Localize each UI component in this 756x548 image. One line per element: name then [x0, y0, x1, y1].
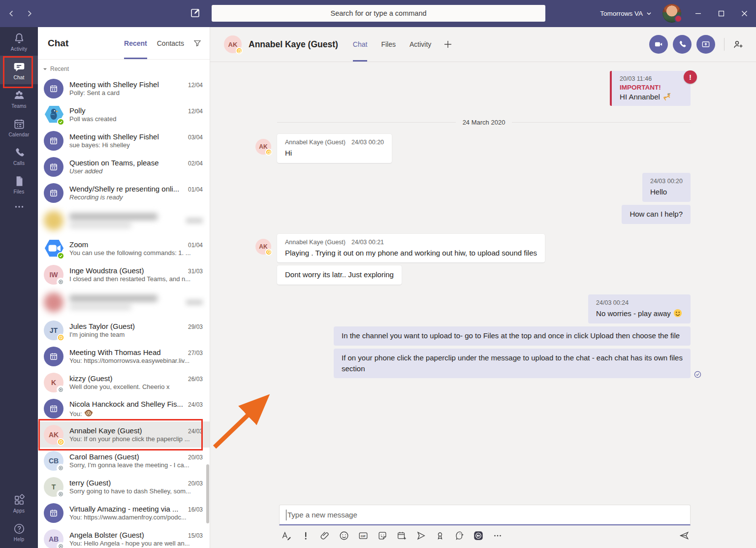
message-time: 24/03 00:20	[650, 177, 683, 186]
message-author: Annabel Kaye (Guest)	[285, 138, 346, 147]
message-text: No worries - play away	[596, 308, 683, 319]
meet-now-icon[interactable]	[396, 530, 407, 541]
chat-list-item[interactable]: CBCarol Barnes (Guest)20/03Sorry, I'm go…	[38, 448, 210, 474]
chat-list-item-redacted[interactable]	[38, 288, 210, 317]
chat-list-item[interactable]: Wendy/Shelly re presenting onli...01/04R…	[38, 180, 210, 206]
search-input[interactable]	[212, 5, 545, 22]
praise-icon[interactable]	[435, 530, 445, 541]
tab-chat[interactable]: Chat	[353, 27, 368, 62]
incoming-message: AKAnnabel Kaye (Guest)24/03 00:20Hi	[277, 134, 691, 163]
chat-list-item[interactable]: Nicola Hanckock and Shelley Fis...24/03Y…	[38, 395, 210, 421]
close-button[interactable]	[733, 0, 756, 27]
svg-text:GIF: GIF	[361, 535, 366, 538]
message-bubble[interactable]: Dont worry its latr.. Just exploring	[277, 265, 402, 285]
rail-item-label: Calendar	[8, 132, 29, 137]
chat-list-item[interactable]: JTJules Taylor (Guest)29/03I'm joining t…	[38, 317, 210, 343]
message-meta: Annabel Kaye (Guest)24/03 00:20	[285, 138, 384, 147]
message-time: 20/03 11:46	[620, 75, 672, 82]
emoji-icon[interactable]	[339, 530, 349, 541]
new-chat-icon[interactable]	[189, 7, 202, 20]
rail-item-help[interactable]: Help	[0, 517, 38, 546]
attach-icon[interactable]	[319, 530, 330, 541]
chat-item-preview: You: https://www.adamenfroy.com/podc...	[69, 514, 203, 521]
message-bubble[interactable]: Annabel Kaye (Guest)24/03 00:21Playing .…	[277, 234, 545, 263]
rail-item-apps[interactable]: Apps	[0, 489, 38, 517]
add-tab-icon[interactable]	[444, 40, 452, 48]
send-icon[interactable]	[679, 530, 690, 541]
audio-call-button[interactable]	[673, 35, 692, 54]
sticker-icon[interactable]	[377, 530, 388, 541]
rail-item-calendar[interactable]: Calendar	[0, 113, 38, 141]
file-icon	[13, 175, 26, 188]
tab-recent[interactable]: Recent	[124, 27, 147, 59]
chat-list-item[interactable]: ABAngela Bolster (Guest)15/03You: Hello …	[38, 526, 210, 548]
chat-item-preview: User added	[69, 167, 203, 175]
away-status-icon	[57, 438, 64, 446]
more-options-icon[interactable]	[492, 530, 503, 541]
chat-list-item[interactable]: IWInge Woudstra (Guest)31/03I closed and…	[38, 261, 210, 288]
message-text: If on your phone click the paperclip und…	[342, 353, 683, 374]
chat-list-item[interactable]: Meeting with Shelley Fishel03/04sue baye…	[38, 128, 210, 154]
gif-icon[interactable]: GIF	[358, 530, 369, 541]
message-author: Annabel Kaye (Guest)	[285, 238, 346, 247]
date-divider-label: 24 March 2020	[463, 119, 505, 126]
account-menu[interactable]: Tomorrows VA	[600, 0, 652, 27]
rail-item-calls[interactable]: Calls	[0, 141, 38, 170]
chat-list-item[interactable]: Meeting With Thomas Head27/03You: https:…	[38, 343, 210, 369]
video-call-button[interactable]	[649, 35, 668, 54]
message-bubble[interactable]: 24/03 00:20Hello	[642, 173, 691, 202]
rail-item-label: Chat	[14, 75, 25, 80]
chat-item-preview: You: If on your phone click the papercli…	[69, 435, 203, 443]
chat-item-preview: I closed and then restarted Teams, and n…	[69, 275, 203, 283]
rail-item-chat[interactable]: Chat	[0, 56, 38, 84]
chat-list-item[interactable]: Polly12/04Poll was created	[38, 101, 210, 128]
polly-icon[interactable]	[454, 530, 465, 541]
screen-share-button[interactable]	[696, 35, 715, 54]
divider	[724, 38, 724, 51]
recent-section-header[interactable]: Recent	[38, 60, 210, 75]
chat-list-item[interactable]: Meeting with Shelley Fishel12/04Polly: S…	[38, 75, 210, 101]
maximize-button[interactable]	[710, 0, 733, 27]
meeting-calendar-icon	[44, 183, 63, 203]
tab-contacts[interactable]: Contacts	[157, 27, 184, 59]
message-bubble[interactable]: If on your phone click the paperclip und…	[334, 349, 691, 379]
chat-list-item[interactable]: Zoom01/04You can use the following comma…	[38, 235, 210, 261]
chat-list-item[interactable]: Virtually Amazing - meeting via ...16/03…	[38, 500, 210, 526]
tab-activity[interactable]: Activity	[410, 27, 431, 62]
message-time: 24/03 00:20	[351, 138, 384, 147]
filter-icon[interactable]	[193, 39, 202, 48]
rail-item-more[interactable]	[0, 198, 38, 215]
chat-item-date: 20/03	[188, 480, 203, 487]
message-input[interactable]	[279, 505, 691, 525]
chat-list-item[interactable]: Kkizzy (Guest)26/03Well done you, excell…	[38, 369, 210, 395]
add-people-icon[interactable]	[732, 38, 744, 50]
incoming-message: AKAnnabel Kaye (Guest)24/03 00:21Playing…	[277, 234, 691, 263]
forward-icon[interactable]	[23, 7, 35, 20]
chat-list-item[interactable]: AKAnnabel Kaye (Guest)24/03You: If on yo…	[38, 421, 210, 448]
meeting-calendar-icon	[44, 399, 63, 419]
avatar: AK	[224, 35, 242, 53]
avatar: JT	[44, 321, 63, 340]
chat-list-item[interactable]: Question on Teams, please02/04User added	[38, 154, 210, 180]
rail-item-activity[interactable]: Activity	[0, 27, 38, 56]
chat-list-item-redacted[interactable]	[38, 206, 210, 235]
chat-list-item[interactable]: Tterry (Guest)20/03Sorry going to have t…	[38, 474, 210, 500]
chat-item-preview: You: Hello Angela - hope you are well an…	[69, 540, 203, 547]
stream-icon[interactable]	[415, 530, 426, 541]
importance-icon[interactable]	[300, 530, 311, 541]
format-icon[interactable]	[281, 530, 292, 541]
important-message[interactable]: 20/03 11:46 IMPORTANT! HI Annanbel !	[610, 71, 691, 106]
back-icon[interactable]	[5, 7, 18, 20]
message-bubble[interactable]: In the channel you want to upload to- go…	[334, 326, 691, 346]
tab-files[interactable]: Files	[381, 27, 396, 62]
meeting-calendar-icon	[44, 503, 63, 523]
message-bubble[interactable]: Annabel Kaye (Guest)24/03 00:20Hi	[277, 134, 392, 163]
minimize-button[interactable]	[687, 0, 710, 27]
rail-item-files[interactable]: Files	[0, 170, 38, 198]
rail-item-teams[interactable]: Teams	[0, 84, 38, 113]
message-bubble[interactable]: 24/03 00:24No worries - play away	[588, 294, 691, 323]
zoom-app-icon[interactable]	[473, 530, 484, 541]
polly-app-avatar	[44, 105, 63, 125]
away-status-icon	[236, 47, 243, 54]
message-bubble[interactable]: How can I help?	[622, 205, 691, 224]
